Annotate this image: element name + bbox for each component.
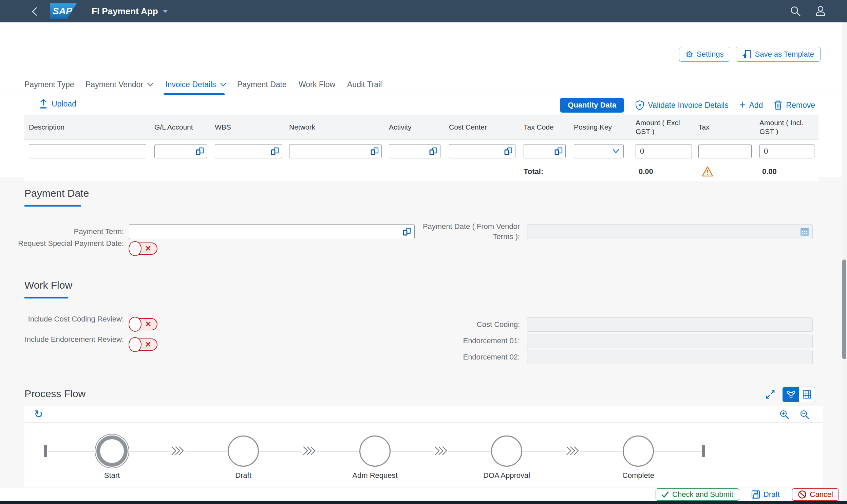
upload-button[interactable]: Upload — [39, 99, 76, 109]
invoice-table-header: Description G/L Account WBS Network Acti… — [24, 115, 818, 140]
flow-chevrons-icon — [302, 444, 317, 457]
value-help-icon[interactable] — [371, 147, 379, 155]
anchor-tab-bar: Payment Type Payment Vendor Invoice Deta… — [0, 73, 847, 96]
amount-incl-gst-input[interactable] — [759, 144, 814, 158]
flow-node-draft[interactable] — [228, 435, 259, 467]
shell-header: SAP FI Payment App — [0, 0, 847, 22]
upload-label: Upload — [52, 100, 76, 109]
fullscreen-expand-icon[interactable] — [764, 388, 776, 400]
trash-icon — [774, 100, 782, 110]
amount-excl-gst-input[interactable] — [636, 144, 692, 158]
payment-date-from-vendor-field — [527, 224, 813, 239]
remove-row-button[interactable]: Remove — [774, 98, 815, 113]
app-title-menu[interactable]: FI Payment App — [92, 0, 168, 22]
cost-coding-label: Cost Coding: — [407, 318, 520, 332]
process-flow-view-icon — [786, 390, 796, 399]
request-special-payment-date-label: Request Special Payment Date: — [12, 238, 124, 249]
view-switch-segmented-control — [782, 386, 815, 402]
flow-chevrons-icon — [433, 444, 448, 457]
column-header-posting-key: Posting Key — [574, 115, 624, 139]
upload-icon — [39, 99, 48, 109]
lane-start-cap — [44, 445, 47, 457]
tab-payment-vendor[interactable]: Payment Vendor — [86, 73, 153, 96]
process-flow-section-title: Process Flow — [24, 388, 86, 399]
process-flow-divider — [24, 422, 823, 422]
tab-payment-type[interactable]: Payment Type — [24, 73, 74, 96]
quantity-data-button[interactable]: Quantity Data — [560, 98, 624, 113]
network-input[interactable] — [289, 144, 382, 158]
vertical-scrollbar[interactable] — [842, 22, 847, 501]
scrollbar-thumb[interactable] — [842, 259, 846, 359]
cost-coding-input — [527, 318, 813, 332]
add-row-button[interactable]: + Add — [739, 98, 763, 113]
save-as-template-icon — [742, 50, 752, 59]
tab-work-flow[interactable]: Work Flow — [299, 73, 335, 96]
flow-node-start-label: Start — [75, 471, 149, 480]
toggle-knob — [129, 337, 141, 352]
column-header-amount-excl: Amount ( Excl GST ) — [636, 115, 692, 139]
payment-date-rule — [24, 206, 823, 206]
value-help-icon[interactable] — [504, 147, 512, 155]
value-help-icon[interactable] — [196, 147, 204, 155]
column-header-network: Network — [289, 115, 382, 139]
title-dropdown-caret-icon — [162, 9, 168, 13]
tab-payment-date[interactable]: Payment Date — [237, 73, 287, 96]
gear-icon: ⚙ — [686, 50, 693, 59]
include-endorcement-review-toggle[interactable]: ✕ — [129, 339, 157, 351]
plus-icon: + — [739, 100, 746, 110]
column-header-amount-incl: Amount ( Incl. GST ) — [759, 115, 814, 139]
warning-icon — [702, 166, 713, 177]
zoom-in-icon[interactable] — [779, 409, 789, 419]
process-flow-panel: ↻ Start Draft Adm Request DOA Approval — [24, 406, 823, 487]
column-header-wbs: WBS — [215, 115, 282, 139]
cancel-prohibition-icon — [798, 490, 807, 499]
sap-logo[interactable]: SAP — [50, 3, 77, 19]
check-and-submit-button[interactable]: Check and Submit — [656, 488, 739, 501]
value-help-icon[interactable] — [429, 147, 437, 155]
save-as-template-button[interactable]: Save as Template — [736, 47, 820, 62]
tab-invoice-details[interactable]: Invoice Details — [165, 73, 226, 96]
value-help-icon[interactable] — [271, 147, 279, 155]
back-icon[interactable] — [28, 5, 41, 18]
total-amount-excl-gst: 0.00 — [639, 163, 653, 180]
column-header-activity: Activity — [389, 115, 440, 139]
process-flow-view-controls — [764, 386, 815, 402]
payment-term-input[interactable] — [129, 224, 415, 239]
column-header-description: Description — [29, 115, 146, 139]
description-input[interactable] — [29, 144, 146, 158]
toggle-off-x-icon: ✕ — [145, 340, 151, 349]
request-special-payment-date-toggle[interactable]: ✕ — [129, 242, 157, 255]
draft-button[interactable]: Draft — [746, 488, 785, 501]
select-chevron-down-icon[interactable] — [612, 148, 620, 153]
refresh-icon[interactable]: ↻ — [34, 409, 43, 419]
flow-node-adm-request-label: Adm Request — [338, 471, 412, 480]
validate-invoice-details-button[interactable]: Validate Invoice Details — [635, 98, 728, 113]
bottom-edge-strip — [0, 501, 847, 504]
include-cost-coding-review-label: Include Cost Coding Review: — [12, 314, 124, 324]
cancel-button[interactable]: Cancel — [792, 488, 839, 501]
toggle-off-x-icon: ✕ — [145, 244, 151, 253]
flow-node-doa-approval[interactable] — [491, 435, 522, 467]
toggle-off-x-icon: ✕ — [145, 320, 151, 329]
payment-date-from-vendor-label: Payment Date ( From Vendor Terms ): — [407, 221, 520, 242]
flow-node-adm-request[interactable] — [359, 435, 391, 467]
flow-node-complete[interactable] — [623, 435, 654, 467]
table-view-button[interactable] — [799, 387, 815, 402]
value-help-icon[interactable] — [554, 147, 563, 155]
include-cost-coding-review-toggle[interactable]: ✕ — [129, 318, 157, 330]
lane-end-cap — [702, 445, 705, 457]
endorcement-01-label: Endorcement 01: — [407, 334, 520, 348]
toggle-knob — [129, 241, 141, 256]
calendar-icon — [800, 227, 809, 236]
settings-button[interactable]: ⚙ Settings — [679, 47, 730, 62]
tax-input[interactable] — [699, 144, 752, 158]
flow-node-doa-approval-label: DOA Approval — [469, 471, 544, 480]
payment-term-label: Payment Term: — [12, 224, 124, 239]
tab-audit-trail[interactable]: Audit Trail — [347, 73, 382, 96]
search-icon[interactable] — [789, 4, 802, 18]
process-flow-view-button[interactable] — [783, 387, 799, 402]
user-profile-icon[interactable] — [814, 4, 827, 18]
zoom-out-icon[interactable] — [799, 409, 810, 419]
flow-node-start[interactable] — [96, 435, 128, 467]
column-header-cost-center: Cost Center — [449, 115, 515, 139]
